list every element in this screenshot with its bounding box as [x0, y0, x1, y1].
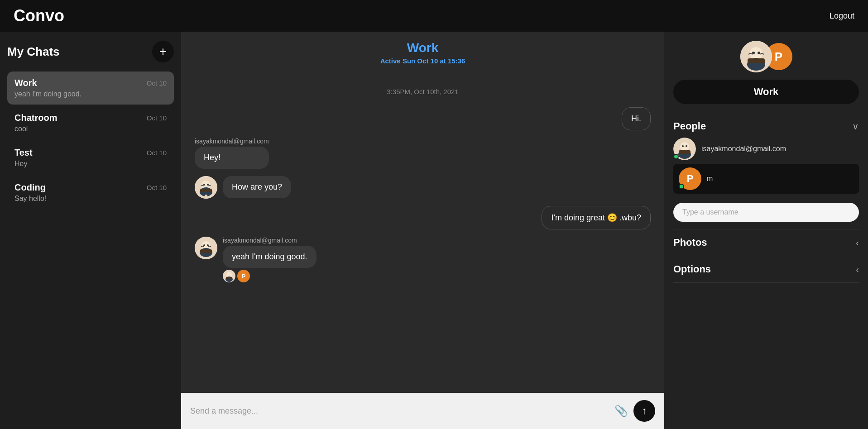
message-bubble: I'm doing great 😊 .wbu? [542, 206, 651, 229]
person-name: isayakmondal@gmail.com [701, 145, 786, 153]
svg-point-18 [750, 47, 762, 60]
add-person-input[interactable] [673, 203, 859, 222]
chat-title: Work [190, 41, 655, 55]
message-bubble: Hi. [622, 107, 651, 130]
chat-list-item[interactable]: Coding Oct 10 Say hello! [7, 176, 174, 209]
user-avatar [195, 176, 217, 199]
people-list: isayakmondal@gmail.com P m [673, 138, 859, 222]
svg-rect-5 [200, 189, 212, 192]
people-section: People ∨ [673, 113, 859, 229]
message-bubble: Hey! [195, 147, 269, 169]
messages-area: 3:35PM, Oct 10th, 2021 Hi. isayakmondal@… [181, 74, 664, 393]
app-header: Convo Logout [0, 0, 868, 32]
rp-avatar-bearded [740, 41, 772, 72]
message-row: I'm doing great 😊 .wbu? [195, 206, 651, 229]
chat-list-item[interactable]: Chatroom Oct 10 cool [7, 106, 174, 139]
user-avatar [195, 237, 217, 259]
rp-chat-name: Work [673, 80, 859, 104]
photos-section: Photos ‹ [673, 229, 859, 256]
message-content: I'm doing great 😊 .wbu? [542, 206, 651, 229]
chat-input-area: 📎 ↑ [181, 393, 664, 429]
photos-chevron: ‹ [856, 238, 859, 248]
message-row: isayakmondal@gmail.com Hey! [195, 138, 651, 169]
online-indicator [679, 184, 684, 189]
add-chat-button[interactable]: + [152, 41, 174, 62]
chat-item-name: Test [14, 148, 33, 158]
svg-point-26 [682, 145, 684, 147]
reaction-avatar-bearded [223, 270, 235, 282]
app-logo: Convo [14, 6, 64, 25]
right-panel: P Work People ∨ [664, 32, 868, 429]
chat-status: Active Sun Oct 10 at 15:36 [190, 57, 655, 65]
chat-item-time: Oct 10 [147, 149, 167, 157]
message-reactions: P [223, 270, 317, 282]
chat-item-preview: yeah I'm doing good. [14, 90, 167, 98]
message-input[interactable] [190, 406, 609, 416]
sidebar-title: My Chats [7, 45, 60, 59]
person-item-p: P m [673, 164, 859, 194]
message-content: Hi. [622, 107, 651, 130]
person-name-p: m [707, 175, 713, 183]
reaction-avatar-p: P [237, 270, 250, 282]
chat-item-time: Oct 10 [147, 184, 167, 191]
sidebar: My Chats + Work Oct 10 yeah I'm doing go… [0, 32, 181, 429]
attach-icon[interactable]: 📎 [614, 405, 628, 417]
svg-rect-28 [679, 150, 691, 154]
people-section-title: People [673, 120, 706, 132]
main-layout: My Chats + Work Oct 10 yeah I'm doing go… [0, 32, 868, 429]
photos-section-title: Photos [673, 237, 707, 248]
svg-rect-22 [748, 58, 765, 63]
options-section: Options ‹ [673, 256, 859, 283]
chat-item-name: Coding [14, 182, 46, 193]
options-section-header[interactable]: Options ‹ [673, 263, 859, 275]
message-row: Hi. [195, 107, 651, 130]
message-sender: isayakmondal@gmail.com [195, 138, 269, 145]
chat-list-item[interactable]: Work Oct 10 yeah I'm doing good. [7, 72, 174, 105]
chat-item-preview: Say hello! [14, 195, 167, 203]
chat-area: Work Active Sun Oct 10 at 15:36 3:35PM, … [181, 32, 664, 429]
date-divider: 3:35PM, Oct 10th, 2021 [195, 88, 651, 95]
svg-point-27 [686, 145, 687, 147]
message-sender: isayakmondal@gmail.com [223, 237, 317, 244]
options-section-title: Options [673, 263, 711, 275]
message-bubble: How are you? [223, 176, 291, 198]
chat-item-time: Oct 10 [147, 79, 167, 87]
photos-section-header[interactable]: Photos ‹ [673, 237, 859, 248]
svg-point-3 [203, 184, 205, 186]
chat-list-item[interactable]: Test Oct 10 Hey [7, 141, 174, 174]
right-panel-avatars: P [673, 41, 859, 72]
people-section-header[interactable]: People ∨ [673, 120, 859, 132]
message-content: How are you? [223, 176, 291, 198]
chat-header: Work Active Sun Oct 10 at 15:36 [181, 32, 664, 74]
chat-list: Work Oct 10 yeah I'm doing good. Chatroo… [7, 72, 174, 209]
svg-rect-16 [226, 277, 232, 279]
message-row: How are you? [195, 176, 651, 199]
send-button[interactable]: ↑ [633, 400, 655, 422]
chat-item-name: Chatroom [14, 113, 57, 123]
chat-item-preview: Hey [14, 160, 167, 168]
svg-rect-12 [200, 249, 212, 253]
svg-point-10 [203, 244, 205, 246]
svg-point-6 [205, 195, 207, 197]
svg-point-11 [207, 244, 209, 246]
chat-item-preview: cool [14, 125, 167, 133]
people-chevron: ∨ [852, 121, 859, 132]
chat-item-name: Work [14, 78, 37, 88]
person-avatar-wrap [673, 138, 696, 160]
message-bubble: yeah I'm doing good. [223, 246, 317, 268]
chat-item-time: Oct 10 [147, 114, 167, 122]
person-item: isayakmondal@gmail.com [673, 138, 859, 160]
online-indicator [673, 154, 679, 159]
message-row: isayakmondal@gmail.com yeah I'm doing go… [195, 237, 651, 282]
message-content: isayakmondal@gmail.com yeah I'm doing go… [223, 237, 317, 282]
sidebar-header: My Chats + [7, 41, 174, 62]
message-content: isayakmondal@gmail.com Hey! [195, 138, 269, 169]
logout-button[interactable]: Logout [830, 11, 854, 21]
svg-point-4 [207, 184, 209, 186]
options-chevron: ‹ [856, 264, 859, 275]
